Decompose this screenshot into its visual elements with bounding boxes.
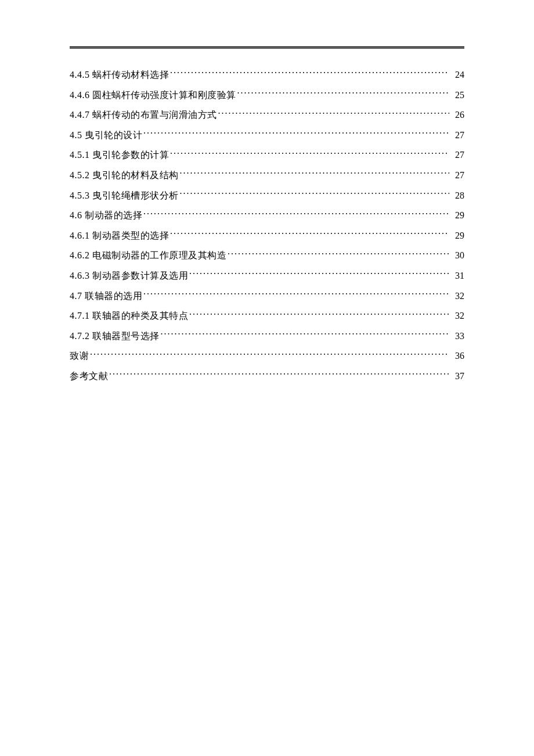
toc-title: 4.5.1 曳引轮参数的计算 xyxy=(70,147,169,163)
toc-leader xyxy=(180,189,450,199)
toc-leader xyxy=(90,350,449,359)
toc-page: 30 xyxy=(450,248,464,263)
toc-page: 27 xyxy=(450,128,464,143)
toc-list: 4.4.5 蜗杆传动材料选择 24 4.4.6 圆柱蜗杆传动强度计算和刚度验算 … xyxy=(70,67,464,384)
toc-entry: 4.4.6 圆柱蜗杆传动强度计算和刚度验算 25 xyxy=(70,88,464,103)
toc-title: 4.7.2 联轴器型号选择 xyxy=(70,329,160,344)
toc-page: 29 xyxy=(450,208,464,223)
toc-title: 4.6 制动器的选择 xyxy=(70,208,142,223)
toc-leader xyxy=(170,69,449,78)
toc-entry: 4.7.2 联轴器型号选择 33 xyxy=(70,329,464,344)
toc-title: 4.6.1 制动器类型的选择 xyxy=(70,228,169,243)
toc-entry: 4.4.5 蜗杆传动材料选择 24 xyxy=(70,67,464,82)
toc-leader xyxy=(170,149,449,158)
toc-page: 25 xyxy=(450,88,464,103)
toc-title: 4.5 曳引轮的设计 xyxy=(70,128,142,143)
toc-entry: 4.6 制动器的选择 29 xyxy=(70,208,464,223)
toc-leader xyxy=(143,129,449,138)
toc-page: 29 xyxy=(450,228,464,243)
toc-title: 4.7 联轴器的选用 xyxy=(70,289,142,304)
toc-title: 4.5.3 曳引轮绳槽形状分析 xyxy=(70,188,179,203)
toc-entry: 4.5 曳引轮的设计 27 xyxy=(70,128,464,143)
toc-leader xyxy=(218,109,450,118)
toc-entry: 4.6.1 制动器类型的选择 29 xyxy=(70,228,464,243)
toc-entry: 4.6.2 电磁制动器的工作原理及其构造 30 xyxy=(70,248,464,263)
toc-leader xyxy=(161,330,450,339)
toc-leader xyxy=(170,229,449,239)
toc-title: 致谢 xyxy=(70,348,89,363)
toc-title: 4.5.2 曳引轮的材料及结构 xyxy=(70,168,179,183)
toc-entry: 4.5.1 曳引轮参数的计算 27 xyxy=(70,147,464,163)
toc-leader xyxy=(237,89,450,98)
toc-title: 4.4.6 圆柱蜗杆传动强度计算和刚度验算 xyxy=(70,88,236,103)
toc-entry: 4.5.3 曳引轮绳槽形状分析 28 xyxy=(70,188,464,203)
toc-page: 33 xyxy=(450,329,464,344)
toc-leader xyxy=(109,370,449,379)
toc-title: 4.4.7 蜗杆传动的布置与润滑油方式 xyxy=(70,107,217,123)
toc-title: 4.6.2 电磁制动器的工作原理及其构造 xyxy=(70,248,226,263)
toc-leader xyxy=(189,309,449,319)
toc-page: 24 xyxy=(450,67,464,82)
toc-entry: 4.5.2 曳引轮的材料及结构 27 xyxy=(70,168,464,183)
toc-entry: 致谢 36 xyxy=(70,348,464,363)
toc-title: 参考文献 xyxy=(70,369,108,384)
toc-page: 32 xyxy=(450,289,464,304)
toc-leader xyxy=(143,290,449,299)
toc-entry: 4.7.1 联轴器的种类及其特点 32 xyxy=(70,308,464,323)
toc-leader xyxy=(180,169,450,178)
toc-entry: 4.4.7 蜗杆传动的布置与润滑油方式 26 xyxy=(70,107,464,123)
toc-page: 32 xyxy=(450,308,464,323)
toc-title: 4.7.1 联轴器的种类及其特点 xyxy=(70,308,188,323)
toc-leader xyxy=(189,269,449,279)
toc-title: 4.4.5 蜗杆传动材料选择 xyxy=(70,67,169,82)
toc-page: 28 xyxy=(450,188,464,203)
page-container: 4.4.5 蜗杆传动材料选择 24 4.4.6 圆柱蜗杆传动强度计算和刚度验算 … xyxy=(70,46,464,389)
toc-page: 27 xyxy=(450,147,464,163)
toc-leader xyxy=(143,209,449,218)
toc-title: 4.6.3 制动器参数计算及选用 xyxy=(70,268,188,283)
toc-page: 37 xyxy=(450,369,464,384)
toc-page: 36 xyxy=(450,348,464,363)
toc-page: 26 xyxy=(450,107,464,123)
toc-leader xyxy=(228,249,449,258)
toc-entry: 4.6.3 制动器参数计算及选用 31 xyxy=(70,268,464,283)
toc-page: 31 xyxy=(450,268,464,283)
toc-entry: 4.7 联轴器的选用 32 xyxy=(70,289,464,304)
toc-page: 27 xyxy=(450,168,464,183)
toc-entry: 参考文献 37 xyxy=(70,369,464,384)
header-rule xyxy=(70,46,464,49)
